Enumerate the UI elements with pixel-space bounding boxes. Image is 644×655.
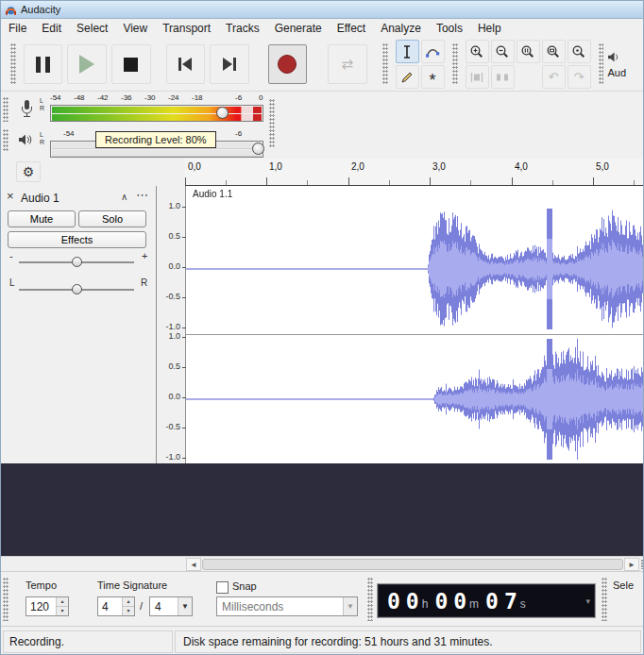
menu-item-file[interactable]: File [1,19,34,38]
audio-setup-button[interactable]: Aud [603,51,643,78]
selection-tool-button[interactable] [396,40,419,63]
trim-audio-button[interactable] [466,65,489,89]
redo-button[interactable]: ↷ [568,65,591,89]
skip-to-start-button[interactable] [166,44,206,84]
mute-button[interactable]: Mute [8,210,76,227]
chevron-down-icon[interactable]: ▾ [585,596,590,606]
scroll-right-icon: ► [628,561,636,569]
time-digit[interactable]: 00 [387,589,425,613]
tools-toolbar-grip[interactable] [382,43,388,85]
pause-button[interactable] [24,44,63,84]
track-name[interactable]: Audio 1 [21,192,59,205]
disk-space-message: Disk space remaining for recording: 51 h… [175,630,641,653]
time-display-value[interactable]: 00h00m07s▾ [377,583,596,618]
undo-button[interactable]: ↶ [542,65,566,89]
collapse-icon[interactable]: ∧ [121,192,127,202]
stop-button[interactable] [111,44,151,84]
timeline-label: 0,0 [188,161,201,172]
playback-meter-grip[interactable] [3,129,8,152]
time-digit[interactable]: 00 [434,589,472,613]
chevron-down-icon[interactable]: ▼ [178,597,192,615]
time-display-grip[interactable] [367,578,373,621]
time-signature-label: Time Signature [97,579,167,591]
skip-to-end-button[interactable] [210,44,249,84]
menu-item-tools[interactable]: Tools [429,19,470,38]
menu-item-view[interactable]: View [115,19,155,38]
menu-item-help[interactable]: Help [470,19,509,38]
zoom-in-button[interactable] [466,40,489,63]
speaker-icon [18,133,33,146]
silence-audio-button[interactable] [491,65,515,89]
amplitude-label: 0.0 [157,392,180,401]
scroll-right-button[interactable]: ► [624,558,639,571]
loop-button[interactable]: ⇄ [328,44,367,84]
track-area: × Audio 1 ∧ ⋯ Mute Solo Effects - + L R … [1,186,644,463]
zoom-selection-button[interactable] [517,40,540,63]
time-signature-upper-input[interactable]: 4 ▴▾ [97,596,135,616]
spin-down-icon[interactable]: ▾ [57,607,68,615]
record-meter-bars[interactable] [50,105,263,122]
multi-tool-button[interactable]: * [421,65,445,89]
snap-checkbox[interactable] [216,581,229,594]
chevron-down-icon[interactable]: ▼ [343,597,357,615]
menu-item-tracks[interactable]: Tracks [218,19,267,38]
track-menu-icon[interactable]: ⋯ [136,188,148,202]
playback-meter-right-label: R [40,139,44,145]
selection-toolbar-grip[interactable] [602,578,607,621]
recording-level-slider-thumb[interactable] [216,107,229,119]
solo-button[interactable]: Solo [78,210,146,227]
time-signature-upper-value: 4 [98,600,122,613]
menu-item-effect[interactable]: Effect [330,19,373,38]
spin-down-icon[interactable]: ▾ [123,607,134,615]
tempo-spinner[interactable]: ▴▾ [56,597,68,615]
menu-item-generate[interactable]: Generate [267,19,330,38]
draw-tool-button[interactable] [396,65,419,89]
spin-up-icon[interactable]: ▴ [123,597,134,607]
waveform-canvas[interactable] [186,186,644,463]
tempo-input[interactable]: 120 ▴▾ [25,596,69,616]
spin-up-icon[interactable]: ▴ [57,597,68,607]
timeline-bar: ⚙ 0,01,02,03,04,05,0 [1,159,643,186]
timeline-tick [430,177,431,185]
play-button[interactable] [67,44,107,84]
record-meter[interactable]: -54-48-42-36-30-24-18-60 [50,93,265,124]
audio-setup-label: Aud [607,67,626,78]
zoom-project-button[interactable] [542,40,566,63]
zoom-out-button[interactable] [491,40,515,63]
pan-slider-thumb[interactable] [72,284,82,294]
timeline-options-button[interactable]: ⚙ [16,161,41,182]
gain-slider-thumb[interactable] [72,257,82,267]
zoom-selection-icon [520,44,535,59]
timeline-tick [593,177,594,185]
record-meter-grip[interactable] [3,97,8,122]
loop-icon: ⇄ [342,56,354,73]
amplitude-label: -0.5 [157,422,180,431]
menu-item-edit[interactable]: Edit [34,19,69,38]
meter-toolbar-grip[interactable] [269,99,275,148]
menu-item-analyze[interactable]: Analyze [373,19,429,38]
close-icon[interactable]: × [7,191,14,202]
horizontal-scrollbar[interactable]: ◄ ► [1,556,643,571]
time-toolbar-grip[interactable] [3,578,8,621]
amplitude-label: 0.5 [157,231,180,241]
title-bar[interactable]: Audacity [1,1,643,19]
effects-button[interactable]: Effects [8,231,146,248]
record-button[interactable] [268,44,308,84]
timeline-ruler[interactable]: 0,01,02,03,04,05,0 [185,159,644,186]
time-digit[interactable]: 07 [485,589,523,613]
edit-toolbar-grip[interactable] [452,43,458,85]
clip-label[interactable]: Audio 1.1 [190,189,235,199]
scrollbar-thumb[interactable] [202,559,623,570]
meter-scale-label: -48 [74,93,85,102]
playback-level-slider-thumb[interactable] [252,143,264,155]
vertical-ruler[interactable]: 1.00.50.0-0.5-1.01.00.50.0-0.5-1.0 [157,186,186,463]
snap-mode-select[interactable]: Milliseconds ▼ [216,596,358,616]
menu-item-select[interactable]: Select [69,19,115,38]
menu-item-transport[interactable]: Transport [155,19,218,38]
transport-toolbar-grip[interactable] [10,43,16,85]
scroll-left-button[interactable]: ◄ [186,558,201,571]
envelope-tool-button[interactable] [421,40,445,63]
time-signature-spinner[interactable]: ▴▾ [122,597,134,615]
zoom-toggle-button[interactable] [568,40,591,63]
time-signature-lower-select[interactable]: 4 ▼ [149,596,193,616]
